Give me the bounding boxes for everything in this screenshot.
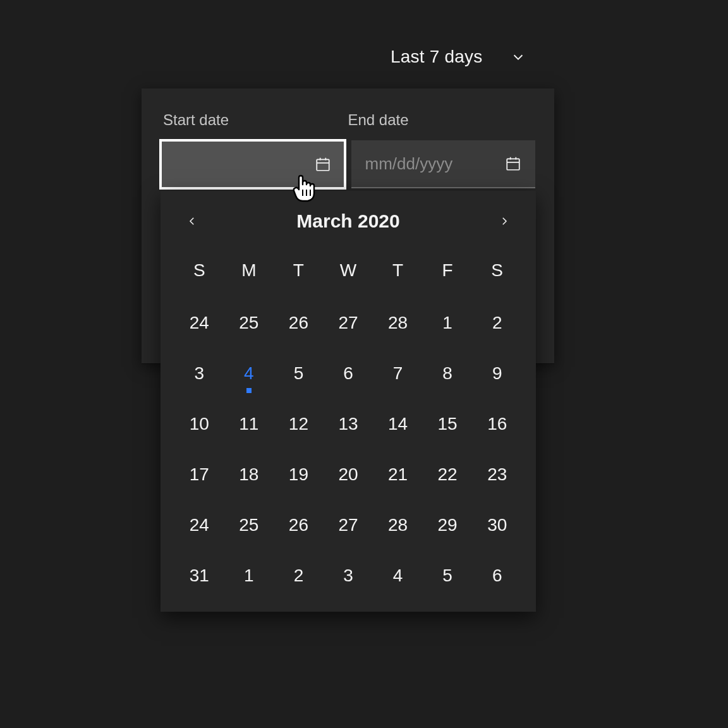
calendar-day[interactable]: 9 [472, 363, 522, 384]
calendar-day[interactable]: 10 [174, 413, 224, 435]
calendar-day[interactable]: 16 [472, 413, 522, 435]
calendar-day[interactable]: 31 [174, 565, 224, 586]
calendar-day[interactable]: 30 [472, 514, 522, 536]
calendar-day[interactable]: 4 [224, 363, 274, 384]
start-date-label: Start date [163, 111, 348, 129]
calendar-day[interactable]: 22 [423, 464, 473, 485]
calendar-day[interactable]: 8 [423, 363, 473, 384]
start-date-input[interactable] [161, 140, 345, 188]
calendar-grid: 2425262728123456789101112131415161718192… [171, 312, 526, 590]
calendar-day[interactable]: 5 [274, 363, 324, 384]
calendar-weekday: T [274, 260, 324, 281]
calendar-day[interactable]: 14 [373, 413, 423, 435]
calendar-day[interactable]: 24 [174, 514, 224, 536]
calendar-day[interactable]: 23 [472, 464, 522, 485]
calendar-day[interactable]: 24 [174, 312, 224, 334]
calendar-icon [315, 156, 331, 173]
calendar-day[interactable]: 20 [324, 464, 373, 485]
next-month-button[interactable] [492, 209, 517, 234]
prev-month-button[interactable] [179, 209, 205, 234]
calendar-weekday: M [224, 260, 274, 281]
calendar-weekday: T [373, 260, 423, 281]
calendar-day[interactable]: 7 [373, 363, 423, 384]
calendar-weekday: F [423, 260, 473, 281]
calendar-day[interactable]: 25 [224, 312, 274, 334]
end-date-input[interactable]: mm/dd/yyyy [351, 140, 536, 188]
chevron-down-icon [511, 50, 525, 64]
calendar-icon [505, 155, 521, 172]
calendar-day[interactable]: 4 [373, 565, 423, 586]
calendar-day[interactable]: 5 [423, 565, 473, 586]
preset-range-label: Last 7 days [391, 47, 482, 67]
calendar-day[interactable]: 29 [423, 514, 473, 536]
calendar-weekday-row: SMTWTFS [171, 260, 526, 281]
calendar-day[interactable]: 26 [274, 312, 324, 334]
preset-range-dropdown[interactable]: Last 7 days [391, 47, 525, 67]
calendar-day[interactable]: 15 [423, 413, 473, 435]
calendar-day[interactable]: 21 [373, 464, 423, 485]
calendar-weekday: W [324, 260, 373, 281]
calendar-day[interactable]: 13 [324, 413, 373, 435]
calendar-day[interactable]: 3 [324, 565, 373, 586]
calendar-month-title: March 2020 [296, 210, 399, 232]
svg-rect-4 [507, 159, 519, 169]
calendar-weekday: S [472, 260, 522, 281]
calendar-popover: March 2020 SMTWTFS 242526272812345678910… [161, 191, 536, 612]
calendar-day[interactable]: 1 [423, 312, 473, 334]
calendar-day[interactable]: 28 [373, 514, 423, 536]
calendar-day[interactable]: 27 [324, 312, 373, 334]
calendar-day[interactable]: 2 [274, 565, 324, 586]
calendar-day[interactable]: 19 [274, 464, 324, 485]
end-date-label: End date [348, 111, 533, 129]
calendar-day[interactable]: 6 [324, 363, 373, 384]
calendar-day[interactable]: 27 [324, 514, 373, 536]
calendar-day[interactable]: 25 [224, 514, 274, 536]
calendar-day[interactable]: 26 [274, 514, 324, 536]
calendar-day[interactable]: 28 [373, 312, 423, 334]
calendar-day[interactable]: 12 [274, 413, 324, 435]
calendar-day[interactable]: 18 [224, 464, 274, 485]
calendar-day[interactable]: 2 [472, 312, 522, 334]
svg-rect-0 [317, 159, 329, 170]
calendar-day[interactable]: 3 [174, 363, 224, 384]
calendar-day[interactable]: 11 [224, 413, 274, 435]
calendar-weekday: S [174, 260, 224, 281]
calendar-day[interactable]: 6 [472, 565, 522, 586]
end-date-placeholder: mm/dd/yyyy [365, 154, 506, 174]
calendar-day[interactable]: 17 [174, 464, 224, 485]
calendar-day[interactable]: 1 [224, 565, 274, 586]
